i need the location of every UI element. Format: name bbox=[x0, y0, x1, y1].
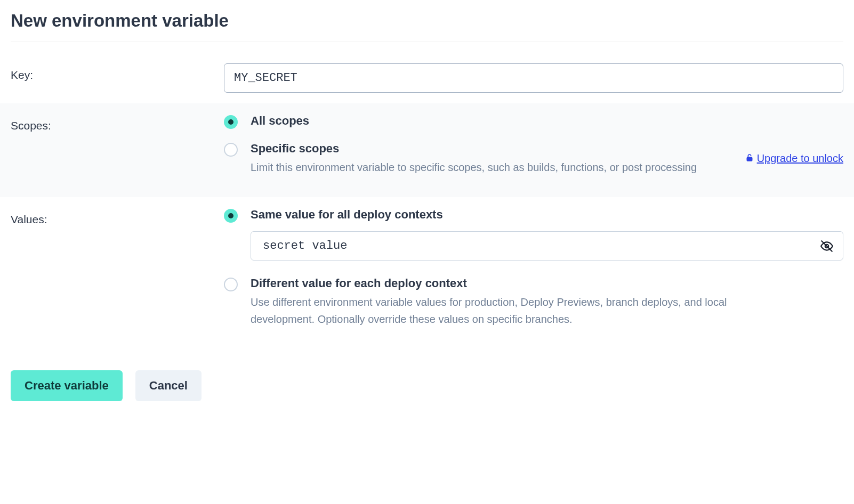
scope-all-radio[interactable] bbox=[224, 115, 238, 129]
value-same-radio[interactable] bbox=[224, 209, 238, 223]
scopes-control: All scopes Specific scopes Limit this en… bbox=[224, 114, 843, 186]
scope-all-label: All scopes bbox=[251, 114, 843, 128]
value-different-option[interactable]: Different value for each deploy context … bbox=[224, 277, 843, 328]
scope-all-option[interactable]: All scopes bbox=[224, 114, 843, 131]
value-same-option[interactable]: Same value for all deploy contexts bbox=[224, 208, 843, 277]
key-input[interactable] bbox=[224, 63, 843, 93]
svg-rect-0 bbox=[747, 157, 752, 161]
scopes-row: Scopes: All scopes Specific scopes Limit… bbox=[0, 103, 854, 197]
value-input[interactable] bbox=[251, 231, 843, 261]
radio-dot bbox=[228, 213, 233, 218]
key-row: Key: bbox=[11, 53, 843, 103]
value-same-content: Same value for all deploy contexts bbox=[251, 208, 843, 277]
create-variable-button[interactable]: Create variable bbox=[11, 370, 123, 401]
value-different-radio[interactable] bbox=[224, 278, 238, 291]
upgrade-link-text: Upgrade to unlock bbox=[757, 152, 843, 165]
values-label: Values: bbox=[11, 208, 224, 328]
button-row: Create variable Cancel bbox=[11, 370, 843, 401]
upgrade-link[interactable]: Upgrade to unlock bbox=[745, 152, 843, 165]
page-title: New environment variable bbox=[11, 11, 843, 42]
key-control bbox=[224, 63, 843, 93]
values-control: Same value for all deploy contexts bbox=[224, 208, 843, 328]
scope-all-content: All scopes bbox=[251, 114, 843, 131]
visibility-toggle[interactable] bbox=[820, 239, 834, 253]
value-different-label: Different value for each deploy context bbox=[251, 277, 843, 290]
form-container: New environment variable Key: Scopes: Al… bbox=[0, 0, 854, 412]
scope-specific-description: Limit this environment variable to speci… bbox=[251, 159, 752, 176]
value-same-label: Same value for all deploy contexts bbox=[251, 208, 843, 222]
scope-specific-radio[interactable] bbox=[224, 143, 238, 157]
value-different-content: Different value for each deploy context … bbox=[251, 277, 843, 328]
values-row: Values: Same value for all deploy contex… bbox=[11, 197, 843, 338]
cancel-button[interactable]: Cancel bbox=[135, 370, 202, 401]
value-different-description: Use different environment variable value… bbox=[251, 294, 752, 328]
radio-dot bbox=[228, 119, 233, 125]
scopes-label: Scopes: bbox=[11, 114, 224, 186]
lock-icon bbox=[745, 152, 754, 165]
value-input-wrapper bbox=[251, 231, 843, 261]
eye-off-icon bbox=[820, 239, 834, 253]
key-label: Key: bbox=[11, 63, 224, 93]
